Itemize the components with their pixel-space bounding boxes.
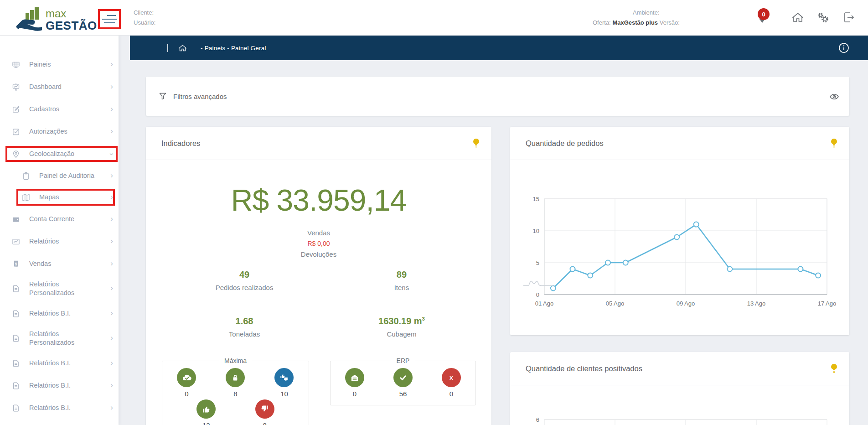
sidebar-item-label: Mapas bbox=[39, 193, 59, 202]
returns-label: Devoluções bbox=[146, 251, 491, 258]
breadcrumb-separator bbox=[167, 44, 168, 52]
advanced-filters-panel[interactable]: Filtros avançados bbox=[146, 77, 849, 116]
sidebar-item-highlight: Geolocalização bbox=[12, 150, 110, 158]
panels-icon bbox=[12, 61, 20, 69]
receipt-icon: $ bbox=[12, 260, 20, 268]
version-label: Versão: bbox=[660, 19, 680, 26]
logout-button[interactable] bbox=[842, 11, 855, 24]
stat-count: 8 bbox=[233, 390, 237, 398]
chart-range-navigator-icon[interactable] bbox=[522, 276, 554, 288]
sidebar-item-relat-rios-b-i[interactable]: Relatórios B.I.› bbox=[0, 397, 119, 419]
orders-chart-title: Quantidade de pedidos bbox=[526, 139, 604, 148]
items-count-label: Itens bbox=[343, 284, 460, 291]
breadcrumb-home-icon[interactable] bbox=[178, 44, 187, 52]
document-icon bbox=[12, 334, 20, 342]
svg-text:X: X bbox=[450, 375, 453, 381]
sidebar-item-label: Geolocalização bbox=[29, 150, 74, 158]
sidebar-item-autoriza-es[interactable]: Autorizações› bbox=[0, 120, 119, 143]
tons-label: Toneladas bbox=[146, 330, 343, 338]
document-icon bbox=[12, 285, 20, 293]
thumb-down-icon bbox=[255, 399, 274, 419]
sidebar-item-main: Dashboard bbox=[12, 83, 110, 91]
sidebar-item-paineis[interactable]: Paineis› bbox=[0, 53, 119, 76]
map-pin-icon bbox=[12, 150, 20, 158]
sidebar-item-main: Relatórios bbox=[12, 237, 110, 246]
sidebar-item-relat-rios-b-i[interactable]: Relatórios B.I.› bbox=[0, 352, 119, 374]
sidebar-item-relat-rios-personalizados[interactable]: Relatórios Personalizados› bbox=[0, 275, 119, 302]
warehouse-icon bbox=[345, 368, 364, 387]
svg-text:6: 6 bbox=[536, 416, 539, 423]
toggle-visibility-eye-icon[interactable] bbox=[829, 92, 839, 102]
sidebar-item-cadastros[interactable]: Cadastros› bbox=[0, 98, 119, 120]
sidebar-item-relat-rios-b-i[interactable]: Relatórios B.I.› bbox=[0, 302, 119, 325]
sidebar-item-relat-rios-personalizados[interactable]: Relatórios Personalizados› bbox=[0, 325, 119, 352]
sidebar-item-geolocaliza-o[interactable]: Geolocalização› bbox=[0, 143, 119, 165]
check-icon bbox=[393, 368, 413, 387]
info-icon[interactable] bbox=[838, 42, 850, 54]
sidebar-item-dashboard[interactable]: Dashboard› bbox=[0, 76, 119, 98]
filter-funnel-icon bbox=[159, 92, 167, 100]
chevron-right-icon: › bbox=[110, 214, 113, 223]
returns-value: R$ 0,00 bbox=[146, 240, 491, 247]
stat-count: 10 bbox=[280, 390, 288, 398]
sidebar-item-painel-de-auditoria[interactable]: Painel de Auditoria› bbox=[0, 165, 119, 187]
stat-count: 0 bbox=[185, 390, 188, 398]
dashboard-icon bbox=[12, 83, 20, 91]
svg-text:5: 5 bbox=[536, 259, 539, 266]
user-label: Usuário: bbox=[134, 19, 155, 26]
svg-text:0: 0 bbox=[536, 291, 539, 298]
client-label: Cliente: bbox=[134, 9, 155, 16]
items-count: 89 bbox=[343, 270, 460, 280]
svg-text:05 Ago: 05 Ago bbox=[606, 300, 625, 307]
sidebar-item-label: Dashboard bbox=[29, 83, 62, 91]
environment-label: Ambiente: bbox=[633, 9, 680, 16]
x-icon: X bbox=[442, 368, 461, 387]
document-icon bbox=[12, 359, 20, 368]
sidebar-item-label: Relatórios bbox=[29, 237, 59, 246]
logo-text-gestao: GESTÃO bbox=[46, 20, 97, 31]
chevron-right-icon: › bbox=[110, 60, 113, 69]
chevron-right-icon: › bbox=[110, 259, 113, 268]
notifications-button[interactable]: 0 bbox=[757, 7, 771, 26]
chevron-down-icon: › bbox=[107, 153, 116, 155]
maxima-stats-group: Máxima 0810128 bbox=[162, 357, 309, 425]
environment-block: Ambiente: Oferta: MaxGestão plus Versão: bbox=[593, 0, 680, 35]
notification-badge: 0 bbox=[758, 8, 770, 20]
erp-stats-group: ERP 056X0 bbox=[330, 357, 476, 405]
sidebar-item-label: Painel de Auditoria bbox=[39, 171, 94, 180]
stat-count: 56 bbox=[399, 390, 407, 398]
sidebar-item-main: Relatórios Personalizados bbox=[12, 280, 110, 297]
chevron-right-icon: › bbox=[110, 309, 113, 318]
document-icon bbox=[12, 404, 20, 412]
sidebar-item-main: Painel de Auditoria bbox=[22, 171, 110, 180]
document-icon bbox=[12, 310, 20, 318]
sidebar-item-relat-rios-b-i[interactable]: Relatórios B.I.› bbox=[0, 374, 119, 397]
sidebar-item-main: Relatórios B.I. bbox=[12, 309, 110, 318]
hint-bulb-icon[interactable] bbox=[830, 138, 838, 148]
sidebar-item-conta-corrente[interactable]: Conta Corrente› bbox=[0, 208, 119, 230]
wallet-icon bbox=[12, 215, 20, 223]
home-button[interactable] bbox=[791, 11, 804, 24]
stat-count: 12 bbox=[202, 421, 210, 425]
settings-gears-button[interactable] bbox=[816, 11, 829, 24]
chevron-right-icon: › bbox=[110, 381, 113, 390]
orders-chart-card: Quantidade de pedidos 05101501 Ago05 Ago… bbox=[510, 127, 849, 335]
client-user-block: Cliente: Usuário: bbox=[134, 0, 155, 35]
sidebar-item-main: Conta Corrente bbox=[12, 215, 110, 223]
advanced-filters-label: Filtros avançados bbox=[173, 93, 227, 100]
hint-bulb-icon[interactable] bbox=[472, 138, 480, 148]
hint-bulb-icon[interactable] bbox=[830, 363, 838, 373]
stat-check: 56 bbox=[379, 368, 427, 398]
checkbox-icon bbox=[12, 128, 20, 136]
stat-cloud-check: 0 bbox=[163, 368, 211, 398]
clipboard-icon bbox=[22, 172, 30, 180]
sidebar-item-relat-rios[interactable]: Relatórios› bbox=[0, 230, 119, 253]
offer-version-row: Oferta: MaxGestão plus Versão: bbox=[593, 19, 680, 26]
logo-text-max: max bbox=[46, 8, 97, 19]
hamburger-menu-button[interactable] bbox=[98, 9, 121, 29]
sidebar-item-vendas[interactable]: $Vendas› bbox=[0, 253, 119, 275]
sidebar-item-highlight: Mapas bbox=[22, 193, 110, 202]
stat-thumbs-up-down: 10 bbox=[260, 368, 309, 398]
thumb-up-icon bbox=[196, 399, 216, 419]
sidebar-item-mapas[interactable]: Mapas› bbox=[0, 187, 119, 208]
